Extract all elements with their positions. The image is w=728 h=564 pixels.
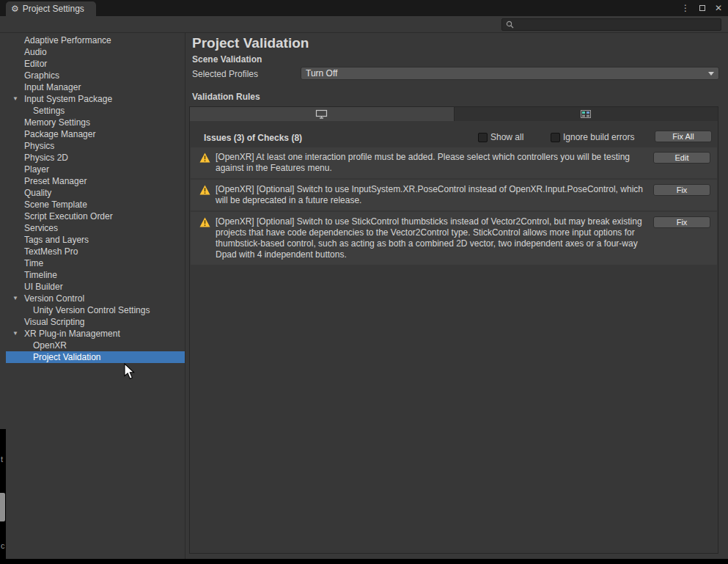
warning-icon — [199, 153, 210, 166]
toolbar — [0, 16, 728, 33]
fix-all-button[interactable]: Fix All — [655, 131, 712, 142]
background-fragment-text-bottom: c — [1, 542, 5, 550]
sidebar-item-label: Project Validation — [33, 352, 101, 362]
sidebar-item-label: Package Manager — [24, 129, 95, 139]
foldout-triangle-icon[interactable]: ▼ — [12, 293, 18, 304]
sidebar-item-project-validation[interactable]: Project Validation — [6, 351, 185, 363]
sidebar-item-editor[interactable]: Editor — [6, 58, 185, 70]
foldout-triangle-icon[interactable]: ▼ — [12, 328, 18, 340]
validation-rules-heading: Validation Rules — [192, 92, 260, 102]
sidebar-item-textmesh-pro[interactable]: TextMesh Pro — [6, 246, 185, 257]
sidebar-item-label: Timeline — [24, 270, 57, 280]
sidebar-item-player[interactable]: Player — [6, 164, 185, 175]
sidebar-item-openxr[interactable]: OpenXR — [6, 340, 185, 351]
sidebar-item-version-control[interactable]: ▼Version Control — [6, 293, 185, 304]
issue-row: [OpenXR] At least one interaction profil… — [191, 147, 717, 178]
sidebar-item-input-system-package[interactable]: ▼Input System Package — [6, 93, 185, 105]
sidebar-item-timeline[interactable]: Timeline — [6, 269, 185, 281]
sidebar-item-label: Scene Template — [24, 199, 87, 210]
sidebar-item-label: Player — [24, 164, 49, 175]
sidebar-item-label: Unity Version Control Settings — [33, 305, 150, 315]
sidebar-item-label: Editor — [24, 59, 47, 69]
sidebar-item-label: Graphics — [24, 70, 59, 81]
window-titlebar: ⚙ Project Settings ⋮ ✕ — [0, 0, 728, 16]
sidebar-item-preset-manager[interactable]: Preset Manager — [6, 175, 185, 187]
sidebar-item-graphics[interactable]: Graphics — [6, 70, 185, 81]
sidebar-item-adaptive-performance[interactable]: Adaptive Performance — [6, 34, 185, 46]
sidebar-item-audio[interactable]: Audio — [6, 46, 185, 58]
issue-action-button[interactable]: Edit — [653, 152, 710, 164]
search-input[interactable] — [517, 21, 717, 29]
window-controls: ⋮ ✕ — [681, 0, 722, 16]
issue-row: [OpenXR] [Optional] Switch to use StickC… — [191, 212, 717, 265]
sidebar-item-label: Input Manager — [24, 82, 81, 92]
sidebar-item-label: Time — [24, 258, 43, 268]
maximize-icon[interactable] — [699, 5, 705, 11]
sidebar-item-scene-template[interactable]: Scene Template — [6, 199, 185, 210]
issue-text: [OpenXR] At least one interaction profil… — [216, 152, 630, 173]
sidebar-item-label: OpenXR — [33, 340, 67, 351]
ignore-build-errors-checkbox[interactable] — [551, 133, 560, 142]
window-menu-icon[interactable]: ⋮ — [681, 3, 690, 13]
validation-view-tabs — [189, 106, 718, 122]
close-icon[interactable]: ✕ — [715, 3, 722, 13]
sidebar-item-label: Memory Settings — [24, 117, 90, 128]
sidebar-list: Adaptive PerformanceAudioEditorGraphicsI… — [6, 34, 185, 363]
sidebar-item-label: Visual Scripting — [24, 317, 85, 327]
sidebar-item-settings[interactable]: Settings — [6, 105, 185, 117]
selected-profiles-dropdown[interactable]: Turn Off — [301, 67, 719, 80]
show-all-checkbox[interactable] — [478, 133, 488, 142]
sidebar-item-visual-scripting[interactable]: Visual Scripting — [6, 316, 185, 328]
sidebar-item-time[interactable]: Time — [6, 257, 185, 269]
selected-profiles-label: Selected Profiles — [192, 69, 258, 79]
sidebar-item-label: Audio — [24, 47, 47, 57]
window-tab-title: Project Settings — [23, 4, 84, 14]
gear-icon: ⚙ — [11, 4, 19, 13]
selected-profiles-value: Turn Off — [306, 68, 337, 78]
chevron-down-icon — [708, 72, 714, 76]
foldout-triangle-icon[interactable]: ▼ — [12, 93, 18, 105]
main-content: Project Validation Scene Validation Sele… — [186, 33, 728, 559]
sidebar-item-label: Quality — [24, 188, 51, 198]
sidebar-item-label: Script Execution Order — [24, 211, 113, 221]
settings-sidebar: Adaptive PerformanceAudioEditorGraphicsI… — [6, 33, 185, 559]
sidebar-item-label: Tags and Layers — [24, 235, 89, 245]
sidebar-item-package-manager[interactable]: Package Manager — [6, 128, 185, 140]
issue-action-button[interactable]: Fix — [653, 184, 710, 196]
sidebar-item-ui-builder[interactable]: UI Builder — [6, 281, 185, 293]
window-body: Adaptive PerformanceAudioEditorGraphicsI… — [0, 33, 728, 559]
sidebar-item-label: Physics — [24, 141, 54, 151]
issue-action-button[interactable]: Fix — [653, 216, 710, 228]
background-fragment-block — [0, 493, 5, 521]
sidebar-item-label: Input System Package — [24, 94, 112, 104]
sidebar-item-physics[interactable]: Physics — [6, 140, 185, 152]
sidebar-item-label: Version Control — [24, 293, 84, 304]
ignore-build-errors-checkbox-row: Ignore build errors — [551, 132, 634, 142]
ignore-build-errors-label: Ignore build errors — [563, 132, 634, 142]
sidebar-item-label: UI Builder — [24, 282, 63, 292]
sidebar-item-script-execution-order[interactable]: Script Execution Order — [6, 210, 185, 222]
sidebar-item-label: TextMesh Pro — [24, 246, 78, 257]
sidebar-item-tags-and-layers[interactable]: Tags and Layers — [6, 234, 185, 246]
window-tab-project-settings[interactable]: ⚙ Project Settings — [6, 1, 96, 16]
sidebar-item-xr-plug-in-management[interactable]: ▼XR Plug-in Management — [6, 328, 185, 340]
search-box[interactable] — [501, 18, 721, 31]
sidebar-item-label: XR Plug-in Management — [24, 329, 120, 339]
sidebar-item-memory-settings[interactable]: Memory Settings — [6, 117, 185, 128]
issues-header: Issues (3) of Checks (8) — [204, 133, 302, 143]
sidebar-item-label: Physics 2D — [24, 153, 68, 163]
sidebar-item-services[interactable]: Services — [6, 222, 185, 234]
sidebar-item-label: Adaptive Performance — [24, 35, 111, 45]
sidebar-item-input-manager[interactable]: Input Manager — [6, 81, 185, 93]
monitor-icon — [315, 109, 328, 119]
sidebar-item-physics-2d[interactable]: Physics 2D — [6, 152, 185, 164]
grid-icon — [581, 110, 591, 118]
sidebar-item-label: Preset Manager — [24, 176, 87, 186]
warning-icon — [199, 185, 210, 198]
tab-all-providers-view[interactable] — [455, 106, 719, 122]
scene-validation-heading: Scene Validation — [192, 54, 262, 65]
tab-standalone-view[interactable] — [189, 106, 455, 122]
warning-icon — [199, 217, 210, 230]
sidebar-item-unity-version-control-settings[interactable]: Unity Version Control Settings — [6, 304, 185, 316]
sidebar-item-quality[interactable]: Quality — [6, 187, 185, 199]
